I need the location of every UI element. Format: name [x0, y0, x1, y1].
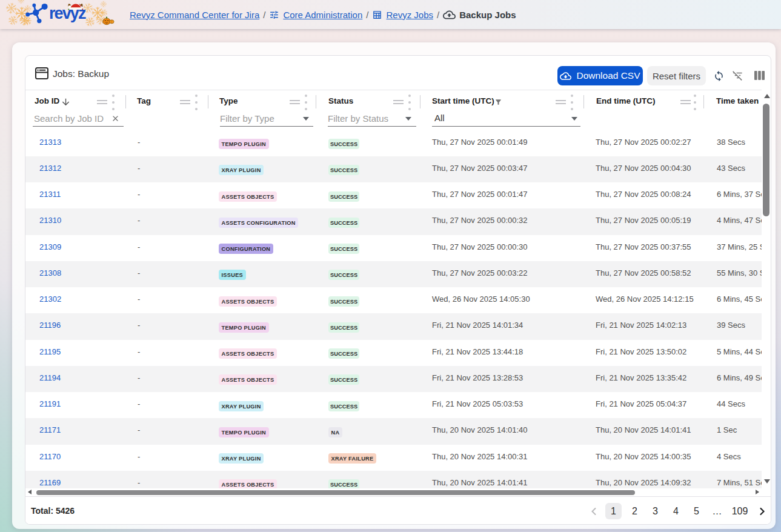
- svg-text:revyz: revyz: [49, 4, 86, 22]
